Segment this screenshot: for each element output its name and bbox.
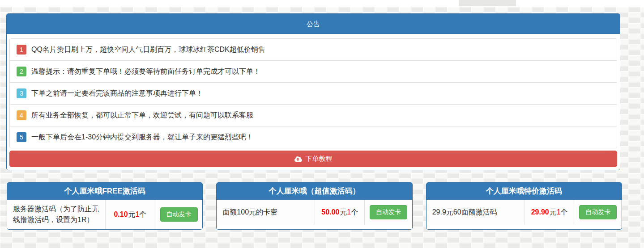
announcement-text: 所有业务全部恢复，都可以正常下单，欢迎尝试，有问题可以联系客服 (31, 111, 253, 120)
announcement-item-1: 1 QQ名片赞日刷上万，超快空间人气日刷百万，球球冰红茶CDK超低价销售 (10, 39, 617, 60)
order-tutorial-button[interactable]: 下单教程 (9, 151, 617, 167)
product-buy-cell: 自动发卡 (364, 200, 412, 225)
price-unit: 个 (139, 210, 146, 219)
price-unit: 个 (351, 208, 358, 217)
product-buy-cell: 自动发卡 (155, 200, 203, 229)
price-currency: 元 (550, 208, 557, 217)
auto-delivery-button[interactable]: 自动发卡 (370, 205, 407, 219)
page-content: 公告 1 QQ名片赞日刷上万，超快空间人气日刷百万，球球冰红茶CDK超低价销售 … (0, 0, 644, 230)
product-card-value: 个人厘米哦（超值激活码） 面额100元的卡密 50.00元1个 自动发卡 (216, 182, 412, 230)
announcement-number-badge: 4 (17, 110, 26, 120)
product-buy-cell: 自动发卡 (574, 200, 622, 225)
price-qty: 1 (347, 208, 351, 216)
product-card-title: 个人厘米哦特价激活码 (426, 183, 622, 200)
announcement-text: 下单之前请一定要看完该商品的注意事项再进行下单！ (31, 89, 203, 98)
auto-delivery-button[interactable]: 自动发卡 (579, 205, 617, 219)
product-name: 29.9元60面额激活码 (426, 200, 525, 225)
announcement-item-5: 5 一般下单后会在1-30分钟内提交到服务器，就让单子来的更猛烈些吧！ (10, 126, 617, 148)
announcement-number-badge: 2 (17, 67, 26, 76)
product-card-body: 29.9元60面额激活码 29.90元1个 自动发卡 (426, 200, 622, 225)
announcement-number-badge: 3 (17, 88, 26, 98)
announcement-text: 一般下单后会在1-30分钟内提交到服务器，就让单子来的更猛烈些吧！ (31, 133, 253, 142)
announcement-item-3: 3 下单之前请一定要看完该商品的注意事项再进行下单！ (10, 82, 617, 104)
announcement-panel: 公告 1 QQ名片赞日刷上万，超快空间人气日刷百万，球球冰红茶CDK超低价销售 … (6, 13, 620, 170)
announcement-panel-body: 1 QQ名片赞日刷上万，超快空间人气日刷百万，球球冰红茶CDK超低价销售 2 温… (7, 34, 620, 170)
announcement-text: 温馨提示：请勿重复下单哦！必须要等待前面任务订单完成才可以下单！ (31, 67, 260, 76)
product-price: 50.00元1个 (315, 200, 364, 225)
cloud-download-icon (294, 156, 302, 162)
announcement-number-badge: 5 (17, 132, 26, 142)
product-card-special: 个人厘米哦特价激活码 29.9元60面额激活码 29.90元1个 自动发卡 (426, 182, 622, 230)
product-name: 服务器激活码（为了防止无线撸激活码，设置为1R） (7, 200, 105, 229)
product-card-free: 个人厘米哦FREE激活码 服务器激活码（为了防止无线撸激活码，设置为1R） 0.… (7, 182, 203, 230)
product-price: 29.90元1个 (525, 200, 574, 225)
auto-delivery-button[interactable]: 自动发卡 (160, 207, 198, 222)
product-card-body: 服务器激活码（为了防止无线撸激活码，设置为1R） 0.10元1个 自动发卡 (7, 200, 202, 229)
announcement-item-4: 4 所有业务全部恢复，都可以正常下单，欢迎尝试，有问题可以联系客服 (10, 104, 617, 126)
price-amount: 50.00 (321, 208, 339, 216)
product-card-title: 个人厘米哦（超值激活码） (217, 183, 412, 200)
price-unit: 个 (561, 208, 568, 217)
product-name: 面额100元的卡密 (217, 200, 315, 225)
price-amount: 0.10 (114, 210, 128, 219)
announcement-text: QQ名片赞日刷上万，超快空间人气日刷百万，球球冰红茶CDK超低价销售 (31, 45, 265, 55)
announcement-item-2: 2 温馨提示：请勿重复下单哦！必须要等待前面任务订单完成才可以下单！ (10, 60, 617, 82)
price-currency: 元 (340, 208, 347, 217)
order-tutorial-label: 下单教程 (306, 155, 333, 163)
price-qty: 1 (557, 208, 561, 216)
product-card-title: 个人厘米哦FREE激活码 (7, 183, 202, 200)
price-amount: 29.90 (531, 208, 549, 216)
product-cards-row: 个人厘米哦FREE激活码 服务器激活码（为了防止无线撸激活码，设置为1R） 0.… (7, 182, 622, 230)
announcement-list: 1 QQ名片赞日刷上万，超快空间人气日刷百万，球球冰红茶CDK超低价销售 2 温… (9, 38, 617, 148)
product-card-body: 面额100元的卡密 50.00元1个 自动发卡 (217, 200, 412, 225)
product-price: 0.10元1个 (105, 200, 155, 229)
price-qty: 1 (136, 210, 140, 219)
announcement-number-badge: 1 (17, 45, 26, 55)
announcement-panel-title: 公告 (7, 14, 620, 34)
price-currency: 元 (128, 210, 136, 219)
